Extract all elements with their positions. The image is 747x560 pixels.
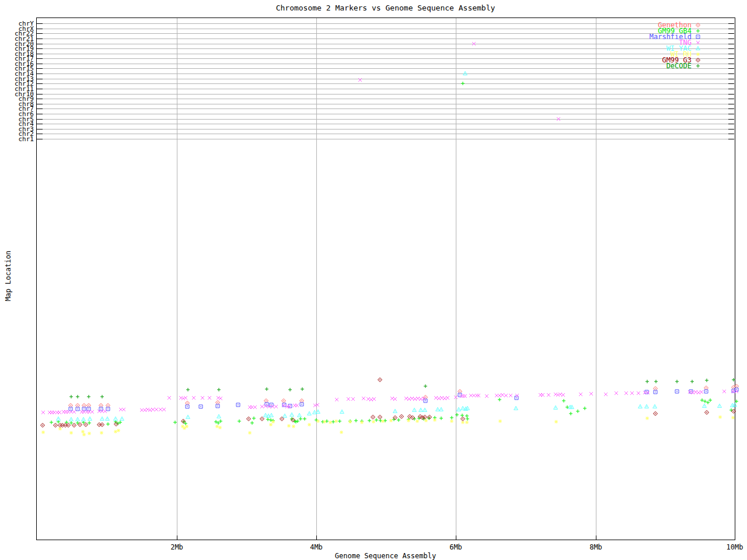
axis-frame <box>36 18 735 540</box>
plot-area: chrYchrXchr22chr21chr20chr19chr18chr17ch… <box>0 0 747 560</box>
series-gm99-g3-dots <box>42 379 734 425</box>
x-tick-label: 4Mb <box>310 543 323 551</box>
legend-marker-gm99-g3-dots <box>697 60 698 60</box>
legend-marker-decode <box>696 64 700 68</box>
x-tick-label: 2Mb <box>170 543 183 551</box>
series-tng <box>41 42 738 414</box>
series-marshfield-dots <box>70 389 736 409</box>
chromosome-label: chr1 <box>19 135 34 143</box>
legend-label-decode: DeCODE <box>666 62 692 70</box>
series-genethon-dots <box>70 386 736 405</box>
x-tick-label: 8Mb <box>589 543 602 551</box>
series-wi-yac-dots <box>58 73 735 419</box>
series-marshfield <box>69 388 738 411</box>
series-gm99-g3 <box>41 378 736 428</box>
series-decode <box>69 378 735 398</box>
legend-marker-wi-yac-dots <box>697 48 698 48</box>
legend-marker-gm99-gb4 <box>696 29 700 33</box>
legend-marker-wi-rh <box>696 52 700 56</box>
x-tick-label: 6Mb <box>449 543 462 551</box>
series-genethon <box>69 384 739 408</box>
legend-marker-genethon-dots <box>697 24 698 25</box>
chart-canvas: Chromosome 2 Markers vs Genome Sequence … <box>0 0 747 560</box>
x-tick-label: 10Mb <box>727 543 743 551</box>
legend-marker-marshfield-dots <box>697 36 698 37</box>
series-wi-rh <box>41 415 735 436</box>
